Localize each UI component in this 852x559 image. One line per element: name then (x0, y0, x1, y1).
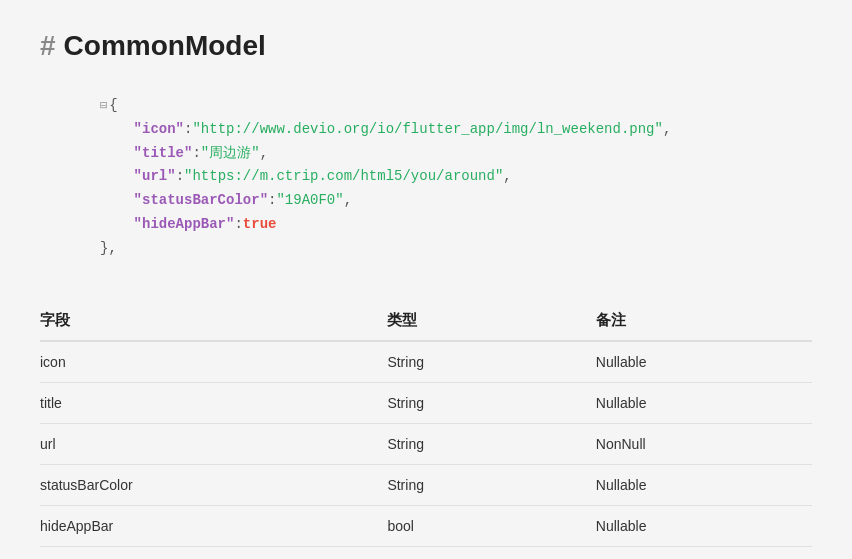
cell-field-4: hideAppBar (40, 505, 387, 546)
title-text: CommonModel (64, 30, 266, 62)
table-row: iconStringNullable (40, 341, 812, 383)
code-key-0: "icon" (134, 121, 184, 137)
code-key-4: "hideAppBar" (134, 216, 235, 232)
fields-table: 字段 类型 备注 iconStringNullabletitleStringNu… (40, 301, 812, 547)
code-key-2: "url" (134, 168, 176, 184)
page-title: # CommonModel (40, 30, 812, 62)
code-open-line: ⊟{ (100, 94, 812, 118)
cell-note-3: Nullable (596, 464, 812, 505)
table-row: urlStringNonNull (40, 423, 812, 464)
cell-note-2: NonNull (596, 423, 812, 464)
code-close-line: }, (100, 237, 812, 261)
code-value-0: "http://www.devio.org/io/flutter_app/img… (192, 121, 662, 137)
col-header-field: 字段 (40, 301, 387, 341)
hash-icon: # (40, 30, 56, 62)
cell-type-2: String (387, 423, 595, 464)
table-row: titleStringNullable (40, 382, 812, 423)
code-value-1: "周边游" (201, 145, 260, 161)
cell-type-4: bool (387, 505, 595, 546)
table-row: hideAppBarboolNullable (40, 505, 812, 546)
cell-note-1: Nullable (596, 382, 812, 423)
table-row: statusBarColorStringNullable (40, 464, 812, 505)
code-field-2: "url":"https://m.ctrip.com/html5/you/aro… (100, 165, 812, 189)
code-field-1: "title":"周边游", (100, 142, 812, 166)
code-key-3: "statusBarColor" (134, 192, 268, 208)
cell-field-2: url (40, 423, 387, 464)
col-header-note: 备注 (596, 301, 812, 341)
code-key-1: "title" (134, 145, 193, 161)
fields-table-section: 字段 类型 备注 iconStringNullabletitleStringNu… (40, 301, 812, 547)
cell-field-1: title (40, 382, 387, 423)
col-header-type: 类型 (387, 301, 595, 341)
code-value-4: true (243, 216, 277, 232)
code-field-4: "hideAppBar":true (100, 213, 812, 237)
cell-field-0: icon (40, 341, 387, 383)
table-header-row: 字段 类型 备注 (40, 301, 812, 341)
cell-note-0: Nullable (596, 341, 812, 383)
cell-field-3: statusBarColor (40, 464, 387, 505)
collapse-icon[interactable]: ⊟ (100, 99, 107, 113)
code-field-0: "icon":"http://www.devio.org/io/flutter_… (100, 118, 812, 142)
code-value-2: "https://m.ctrip.com/html5/you/around" (184, 168, 503, 184)
cell-type-0: String (387, 341, 595, 383)
code-block: ⊟{ "icon":"http://www.devio.org/io/flutt… (40, 86, 812, 269)
cell-type-3: String (387, 464, 595, 505)
code-value-3: "19A0F0" (276, 192, 343, 208)
code-field-3: "statusBarColor":"19A0F0", (100, 189, 812, 213)
cell-type-1: String (387, 382, 595, 423)
cell-note-4: Nullable (596, 505, 812, 546)
